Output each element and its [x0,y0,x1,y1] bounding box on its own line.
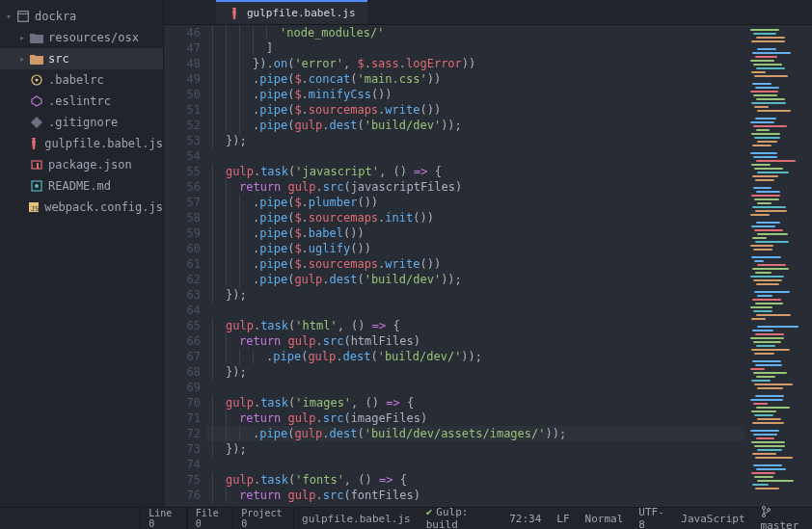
status-vim-mode[interactable]: Normal [578,513,632,525]
status-file[interactable]: File 0 [187,508,234,529]
code-line[interactable]: .pipe(gulp.dest('build/dev/')); [212,349,744,364]
minimap-line [751,71,766,73]
tree-item-resources-osx[interactable]: ▸resources/osx [0,27,163,48]
minimap-line [755,488,779,489]
code-editor[interactable]: 4647484950515253545556575859606162636465… [164,25,744,507]
minimap-line [751,472,775,474]
minimap-line [752,453,776,455]
minimap-line [753,187,771,189]
tree-item-gulpfile-babel-js[interactable]: gulpfile.babel.js [0,133,163,154]
code-line[interactable]: }); [212,364,744,380]
minimap-line [756,345,775,347]
line-number: 55 [164,164,201,179]
status-filename[interactable]: gulpfile.babel.js [294,513,419,525]
minimap-line [750,60,774,62]
code-line[interactable]: .pipe($.sourcemaps.write()) [212,256,744,272]
code-line[interactable] [212,148,744,164]
minimap-line [752,360,781,362]
minimap-line [752,145,771,146]
code-line[interactable]: .pipe(gulp.dest('build/dev')); [212,118,744,133]
minimap-line [757,418,781,420]
minimap-line [754,229,783,231]
minimap-line [756,437,774,439]
minimap-line [754,476,773,478]
tree-root[interactable]: ▾ dockra [0,6,163,27]
minimap-line [750,337,784,339]
tree-item-label: .babelrc [48,73,104,87]
tree-item-label: .eslintrc [48,94,111,108]
line-number: 46 [164,25,201,40]
svg-rect-6 [37,163,39,169]
status-language[interactable]: JavaScript [673,513,752,525]
minimap-line [753,125,787,127]
code-line[interactable]: }); [212,441,744,457]
line-number: 52 [164,118,201,133]
tab-bar: gulpfile.babel.js [164,0,812,25]
minimap-line [751,256,781,258]
minimap-line [757,202,771,204]
minimap-line [755,87,779,89]
code-line[interactable]: .pipe($.minifyCss()) [212,87,744,102]
status-cursor-pos[interactable]: 72:34 [501,513,549,525]
code-line[interactable] [212,303,744,318]
line-number: 75 [164,472,201,488]
code-line[interactable] [212,380,744,395]
code-line[interactable]: .pipe($.concat('main.css')) [212,71,744,87]
code-line[interactable] [212,457,744,472]
code-line[interactable]: .pipe($.uglify()) [212,241,744,256]
line-number: 65 [164,318,201,333]
minimap-line [753,279,782,281]
tree-item-webpack-config-js[interactable]: JSwebpack.config.js [0,197,163,218]
tab-gulpfile[interactable]: gulpfile.babel.js [216,0,367,24]
code-line[interactable]: gulp.task('javascript', () => { [212,164,744,179]
minimap-line [753,94,777,96]
code-line[interactable]: gulp.task('fonts', () => { [212,472,744,488]
code-line[interactable]: }); [212,133,744,148]
status-line[interactable]: Line 0 [141,508,187,529]
status-git-branch[interactable]: master [753,506,812,530]
minimap-line [754,260,764,262]
tree-item-label: .gitignore [48,116,118,129]
code-line[interactable]: return gulp.src(fontFiles) [212,488,744,503]
code-line[interactable]: .pipe($.babel()) [212,225,744,241]
code-line[interactable]: gulp.task('images', () => { [212,395,744,410]
tree-item--babelrc[interactable]: .babelrc [0,69,163,91]
minimap-line [756,283,779,285]
minimap[interactable] [744,25,812,507]
code-line[interactable]: return gulp.src(javascriptFiles) [212,179,744,195]
status-gulp[interactable]: ✔Gulp: build [419,506,502,529]
code-line[interactable]: return gulp.src(htmlFiles) [212,333,744,349]
svg-point-3 [36,79,39,82]
js-icon: JS [28,199,41,215]
code-line[interactable]: return gulp.src(imageFiles) [212,410,744,426]
tree-item--gitignore[interactable]: .gitignore [0,112,163,133]
project-name: dockra [35,10,76,23]
code-line[interactable]: .pipe($.plumber()) [212,195,744,210]
code-line[interactable]: }); [212,287,744,303]
code-line[interactable]: }).on('error', $.sass.logError)) [212,56,744,71]
code-line[interactable]: .pipe(gulp.dest('build/dev')); [212,272,744,287]
code-line[interactable]: ] [212,40,744,56]
tree-item-README-md[interactable]: README.md [0,175,163,197]
line-number: 74 [164,457,201,472]
minimap-line [757,387,783,389]
tree-item-src[interactable]: ▸src [0,48,163,69]
minimap-line [753,64,782,66]
status-encoding[interactable]: UTF-8 [631,506,673,529]
tree-item--eslintrc[interactable]: .eslintrc [0,91,163,112]
svg-point-11 [762,506,765,509]
code-line[interactable]: 'node_modules/' [212,25,744,40]
disclosure-arrow: ▸ [17,33,27,42]
minimap-line [753,249,772,251]
status-eol[interactable]: LF [549,513,577,525]
code-line[interactable]: .pipe($.sourcemaps.init()) [212,210,744,225]
tree-item-package-json[interactable]: package.json [0,154,163,175]
code-line[interactable]: .pipe($.sourcemaps.write()) [212,102,744,118]
tree-item-label: README.md [48,179,111,193]
folder-src-icon [29,51,44,66]
code-area[interactable]: 'node_modules/']}).on('error', $.sass.lo… [206,25,744,507]
minimap-line [751,225,775,227]
status-project[interactable]: Project 0 [233,508,294,529]
minimap-line [756,98,785,100]
code-line[interactable]: gulp.task('html', () => { [212,318,744,333]
